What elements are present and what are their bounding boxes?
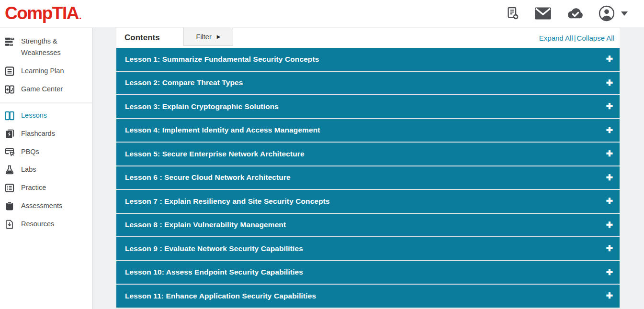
lesson-accordion-list: Lesson 1: Summarize Fundamental Security…	[116, 48, 620, 309]
expand-plus-icon[interactable]: ✚	[606, 150, 613, 158]
lesson-title: Lesson 7 : Explain Resiliency and Site S…	[125, 197, 330, 206]
comptia-logo[interactable]: CompTIA .	[5, 3, 82, 23]
sidebar-item-flashcards[interactable]: Flashcards	[0, 125, 92, 143]
sidebar-item-label: Assessments	[21, 200, 62, 212]
expand-plus-icon[interactable]: ✚	[606, 197, 613, 205]
sidebar: Strengths & Weaknesses Learning Plan Gam…	[0, 28, 92, 309]
sidebar-item-assessments[interactable]: Assessments	[0, 197, 92, 215]
lesson-row[interactable]: Lesson 2: Compare Threat Types ✚	[116, 72, 620, 96]
lesson-title: Lesson 3: Explain Cryptographic Solution…	[125, 102, 279, 111]
lessons-book-icon	[4, 110, 15, 121]
strengths-icon	[4, 36, 15, 47]
logo-registered-mark: .	[79, 11, 82, 22]
lesson-row[interactable]: Lesson 1: Summarize Fundamental Security…	[116, 48, 620, 72]
sidebar-item-learning-plan[interactable]: Learning Plan	[0, 62, 92, 80]
sidebar-item-label: Game Center	[21, 84, 63, 95]
practice-icon	[4, 183, 15, 193]
assessments-icon	[4, 201, 15, 211]
lesson-row[interactable]: Lesson 4: Implement Identity and Access …	[116, 119, 620, 143]
expand-plus-icon[interactable]: ✚	[606, 268, 613, 276]
labs-icon	[4, 165, 15, 175]
expand-plus-icon[interactable]: ✚	[606, 244, 613, 253]
sidebar-item-pbqs[interactable]: PBQs	[0, 143, 92, 161]
filter-button[interactable]: Filter ▶	[183, 28, 233, 46]
lesson-row[interactable]: Lesson 9 : Evaluate Network Security Cap…	[116, 237, 620, 261]
lesson-row[interactable]: Lesson 11: Enhance Application Security …	[116, 285, 620, 309]
link-separator: |	[574, 34, 576, 42]
expand-collapse-links: Expand All | Collapse All	[539, 34, 614, 42]
lesson-title: Lesson 10: Assess Endpoint Security Capa…	[125, 268, 303, 276]
lesson-title: Lesson 4: Implement Identity and Access …	[125, 126, 320, 134]
score-report-icon[interactable]	[506, 6, 520, 21]
top-header: CompTIA .	[0, 0, 644, 27]
sidebar-item-lessons[interactable]: Lessons	[0, 107, 92, 125]
pbqs-icon	[4, 147, 15, 157]
sidebar-item-label: Practice	[21, 182, 46, 194]
learning-plan-icon	[4, 66, 15, 77]
lesson-title: Lesson 11: Enhance Application Security …	[125, 292, 316, 300]
sidebar-item-labs[interactable]: Labs	[0, 161, 92, 179]
lesson-title: Lesson 9 : Evaluate Network Security Cap…	[125, 244, 303, 253]
sidebar-item-label: Strengths & Weaknesses	[21, 36, 82, 59]
contents-panel: Contents Filter ▶ Expand All | Collapse …	[116, 28, 620, 309]
expand-plus-icon[interactable]: ✚	[606, 221, 613, 229]
lesson-row[interactable]: Lesson 6 : Secure Cloud Network Architec…	[116, 166, 620, 190]
expand-plus-icon[interactable]: ✚	[606, 292, 613, 300]
sidebar-item-label: Flashcards	[21, 128, 55, 140]
expand-plus-icon[interactable]: ✚	[606, 55, 613, 63]
sidebar-item-practice[interactable]: Practice	[0, 179, 92, 197]
lesson-row[interactable]: Lesson 8 : Explain Vulnerability Managem…	[116, 214, 620, 238]
sidebar-item-label: PBQs	[21, 146, 39, 158]
header-icon-group	[506, 5, 628, 22]
expand-plus-icon[interactable]: ✚	[606, 174, 613, 182]
sidebar-item-label: Resources	[21, 219, 54, 230]
expand-plus-icon[interactable]: ✚	[606, 126, 613, 134]
lesson-row[interactable]: Lesson 7 : Explain Resiliency and Site S…	[116, 190, 620, 214]
resources-icon	[4, 219, 15, 230]
lesson-title: Lesson 8 : Explain Vulnerability Managem…	[125, 221, 286, 229]
sidebar-divider	[0, 102, 92, 103]
lesson-title: Lesson 5: Secure Enterprise Network Arch…	[125, 150, 305, 158]
account-caret-down-icon[interactable]	[621, 11, 628, 16]
sidebar-item-label: Lessons	[21, 110, 47, 121]
account-icon[interactable]	[599, 5, 615, 22]
expand-plus-icon[interactable]: ✚	[606, 102, 613, 110]
page-title: Contents	[124, 33, 160, 43]
game-center-icon	[4, 84, 15, 95]
filter-arrow-icon: ▶	[217, 34, 221, 39]
contents-header: Contents Filter ▶ Expand All | Collapse …	[116, 28, 620, 48]
sidebar-item-strengths-weaknesses[interactable]: Strengths & Weaknesses	[0, 33, 92, 62]
sidebar-item-resources[interactable]: Resources	[0, 215, 92, 233]
logo-text: CompTIA	[5, 3, 79, 23]
collapse-all-link[interactable]: Collapse All	[577, 34, 614, 42]
filter-button-label: Filter	[196, 33, 212, 41]
expand-all-link[interactable]: Expand All	[539, 34, 573, 42]
lesson-row[interactable]: Lesson 5: Secure Enterprise Network Arch…	[116, 143, 620, 166]
lesson-row[interactable]: Lesson 10: Assess Endpoint Security Capa…	[116, 261, 620, 285]
lesson-row[interactable]: Lesson 3: Explain Cryptographic Solution…	[116, 95, 620, 119]
cloud-sync-icon[interactable]	[565, 7, 585, 20]
sidebar-item-label: Learning Plan	[21, 66, 64, 77]
sidebar-item-label: Labs	[21, 164, 36, 176]
lesson-title: Lesson 2: Compare Threat Types	[125, 78, 243, 87]
lesson-title: Lesson 1: Summarize Fundamental Security…	[125, 55, 319, 64]
expand-plus-icon[interactable]: ✚	[606, 79, 613, 87]
lesson-title: Lesson 6 : Secure Cloud Network Architec…	[125, 173, 291, 182]
sidebar-item-game-center[interactable]: Game Center	[0, 80, 92, 99]
flashcards-icon	[4, 129, 15, 139]
messages-icon[interactable]	[534, 7, 552, 20]
